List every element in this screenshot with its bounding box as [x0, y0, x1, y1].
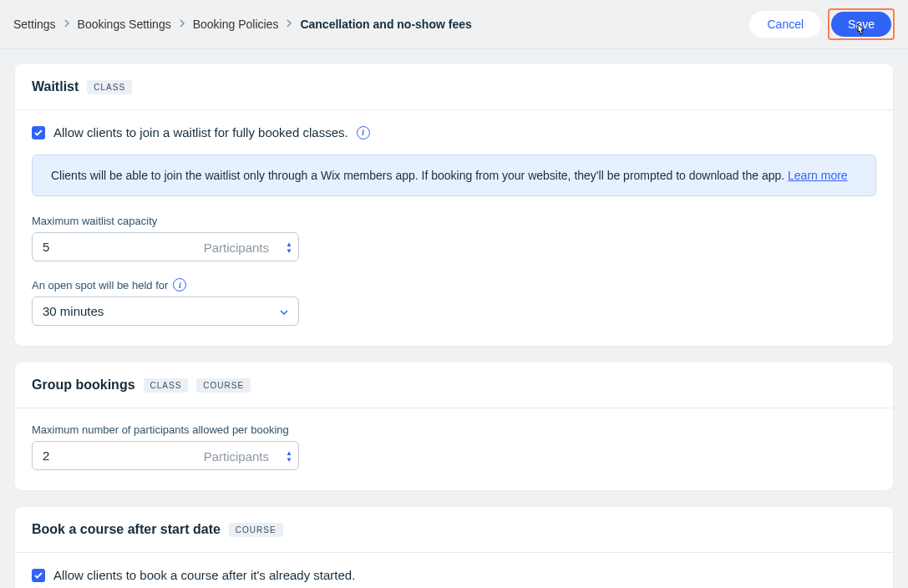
hold-label-text: An open spot will be held for	[32, 279, 168, 291]
waitlist-title: Waitlist	[32, 79, 79, 94]
capacity-field: Maximum waitlist capacity Participants ▲…	[32, 215, 876, 261]
hold-field: An open spot will be held for i 30 minut…	[32, 278, 876, 326]
banner-text: Clients will be able to join the waitlis…	[51, 169, 788, 182]
book-after-checkbox-row: Allow clients to book a course after it'…	[32, 568, 876, 582]
cancel-button[interactable]: Cancel	[749, 11, 821, 38]
stepper-up-icon[interactable]: ▲	[286, 241, 292, 246]
capacity-input-wrap: Participants ▲ ▼	[32, 232, 299, 261]
stepper-down-icon[interactable]: ▼	[286, 247, 292, 253]
hold-label: An open spot will be held for i	[32, 278, 876, 291]
waitlist-checkbox-row: Allow clients to join a waitlist for ful…	[32, 125, 876, 139]
book-after-header: Book a course after start date COURSE	[15, 507, 893, 553]
group-bookings-card: Group bookings CLASS COURSE Maximum numb…	[15, 362, 893, 490]
waitlist-info-banner: Clients will be able to join the waitlis…	[32, 155, 876, 196]
breadcrumb-item[interactable]: Bookings Settings	[78, 18, 171, 31]
save-button[interactable]: Save	[831, 12, 891, 37]
max-participants-label: Maximum number of participants allowed p…	[32, 423, 876, 436]
save-button-label: Save	[848, 18, 875, 31]
page-content: Waitlist CLASS Allow clients to join a w…	[0, 49, 908, 588]
class-badge: CLASS	[144, 378, 189, 393]
waitlist-checkbox-label: Allow clients to join a waitlist for ful…	[53, 125, 348, 139]
hold-select-value: 30 minutes	[43, 304, 104, 318]
group-bookings-header: Group bookings CLASS COURSE	[15, 362, 893, 408]
chevron-right-icon	[64, 18, 69, 30]
save-button-highlight: Save	[828, 8, 895, 40]
chevron-right-icon	[287, 18, 292, 30]
course-badge: COURSE	[196, 378, 251, 393]
waitlist-card: Waitlist CLASS Allow clients to join a w…	[15, 64, 893, 346]
waitlist-header: Waitlist CLASS	[15, 64, 893, 110]
breadcrumb-current: Cancellation and no-show fees	[300, 18, 471, 31]
breadcrumb-item[interactable]: Settings	[13, 18, 56, 31]
course-badge: COURSE	[229, 523, 283, 537]
max-participants-field: Maximum number of participants allowed p…	[32, 423, 876, 470]
book-after-checkbox[interactable]	[32, 569, 45, 582]
waitlist-checkbox[interactable]	[32, 126, 45, 139]
max-participants-input[interactable]	[32, 441, 299, 470]
check-icon	[34, 571, 43, 580]
capacity-input[interactable]	[32, 232, 299, 261]
max-participants-stepper[interactable]: ▲ ▼	[286, 449, 292, 462]
capacity-stepper[interactable]: ▲ ▼	[286, 241, 292, 253]
book-after-checkbox-label: Allow clients to book a course after it'…	[53, 568, 355, 582]
chevron-down-icon	[280, 306, 288, 317]
page-header: Settings Bookings Settings Booking Polic…	[0, 0, 908, 49]
hold-select[interactable]: 30 minutes	[32, 297, 299, 326]
book-after-body: Allow clients to book a course after it'…	[15, 553, 893, 588]
group-bookings-body: Maximum number of participants allowed p…	[15, 408, 893, 490]
check-icon	[34, 129, 43, 137]
book-after-card: Book a course after start date COURSE Al…	[15, 507, 893, 588]
breadcrumb: Settings Bookings Settings Booking Polic…	[13, 18, 472, 31]
stepper-up-icon[interactable]: ▲	[286, 449, 292, 455]
book-after-title: Book a course after start date	[32, 522, 221, 537]
class-badge: CLASS	[87, 80, 132, 94]
info-icon[interactable]: i	[173, 278, 186, 291]
chevron-right-icon	[180, 18, 185, 30]
header-actions: Cancel Save	[749, 8, 895, 40]
group-bookings-title: Group bookings	[32, 378, 135, 393]
capacity-label: Maximum waitlist capacity	[32, 215, 876, 227]
learn-more-link[interactable]: Learn more	[788, 169, 848, 182]
stepper-down-icon[interactable]: ▼	[286, 456, 292, 462]
info-icon[interactable]: i	[357, 126, 370, 139]
waitlist-body: Allow clients to join a waitlist for ful…	[15, 110, 893, 346]
max-participants-input-wrap: Participants ▲ ▼	[32, 441, 299, 470]
breadcrumb-item[interactable]: Booking Policies	[193, 18, 279, 31]
